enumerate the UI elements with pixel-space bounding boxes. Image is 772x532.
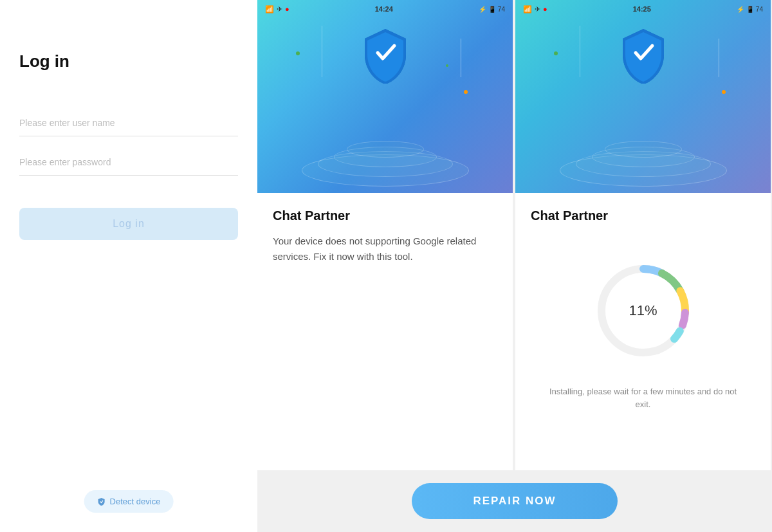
status-right-middle: ⚡📱74 bbox=[479, 6, 505, 13]
repair-now-button[interactable]: REPAIR NOW bbox=[412, 483, 618, 519]
gradient-bg-middle bbox=[257, 0, 513, 193]
middle-phone-panel: 📶✈● 14:24 ⚡📱74 bbox=[257, 0, 513, 470]
dot-green-r1 bbox=[554, 51, 558, 55]
dot-green-2 bbox=[446, 64, 448, 67]
dot-green-1 bbox=[296, 51, 300, 55]
login-form: Log in bbox=[19, 110, 238, 240]
app-content-right: Chat Partner bbox=[515, 193, 771, 470]
login-panel: Log in Log in Detect device bbox=[0, 0, 257, 532]
detect-button-label: Detect device bbox=[110, 497, 161, 506]
login-title: Log in bbox=[19, 51, 238, 71]
installing-text: Installing, please wait for a few minute… bbox=[544, 385, 742, 410]
shield-icon-right bbox=[618, 26, 669, 84]
app-header-right bbox=[515, 0, 771, 193]
platform-right bbox=[547, 116, 740, 193]
app-title-right: Chat Partner bbox=[531, 208, 755, 223]
right-phone-panel: 📶✈● 14:25 ⚡📱74 bbox=[515, 0, 771, 470]
username-input[interactable] bbox=[19, 110, 238, 136]
app-description-middle: Your device does not supporting Google r… bbox=[273, 234, 497, 455]
detect-device-button[interactable]: Detect device bbox=[84, 490, 174, 513]
app-header-middle bbox=[257, 0, 513, 193]
panels-row: 📶✈● 14:24 ⚡📱74 bbox=[257, 0, 772, 470]
password-input[interactable] bbox=[19, 149, 238, 176]
status-time-right: 14:25 bbox=[633, 5, 651, 13]
shield-icon bbox=[97, 497, 106, 506]
platform-middle bbox=[289, 116, 482, 193]
gradient-bg-right bbox=[515, 0, 771, 193]
status-right-right: ⚡📱74 bbox=[737, 6, 763, 13]
status-left-middle: 📶✈● bbox=[265, 5, 290, 14]
status-time-middle: 14:24 bbox=[375, 5, 393, 13]
dot-orange-1 bbox=[464, 90, 468, 94]
progress-container: 11% Installing, please wait for a few mi… bbox=[531, 234, 755, 455]
status-left-right: 📶✈● bbox=[523, 5, 547, 14]
panels-container: 📶✈● 14:24 ⚡📱74 bbox=[257, 0, 772, 532]
bottom-area: REPAIR NOW bbox=[257, 470, 772, 532]
dot-orange-r1 bbox=[722, 90, 726, 94]
shield-icon-middle bbox=[360, 26, 411, 84]
progress-circle: 11% bbox=[592, 259, 695, 362]
app-content-middle: Chat Partner Your device does not suppor… bbox=[257, 193, 513, 470]
progress-percent: 11% bbox=[629, 302, 657, 319]
login-button[interactable]: Log in bbox=[19, 208, 238, 240]
app-title-middle: Chat Partner bbox=[273, 208, 497, 223]
